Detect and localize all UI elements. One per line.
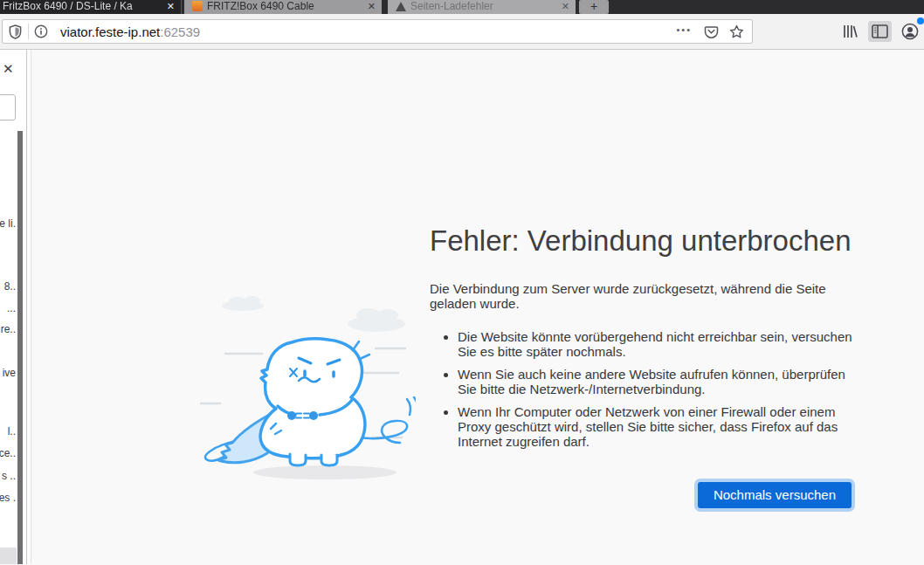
urlbar-separator	[28, 24, 29, 39]
sidebar-scroll-corner	[0, 548, 17, 564]
address-bar[interactable]: viator.feste-ip.net:62539 •••	[2, 19, 753, 44]
sidebar-item-fragment[interactable]: e li.	[0, 217, 16, 230]
browser-sidebar: ✕ e li. 8.. ... re.. ive l.. ce.. s .. e…	[0, 50, 26, 564]
tab-fritzbox-dslite[interactable]: FritzBox 6490 / DS-Lite / Ka ✕	[0, 0, 182, 14]
url-port: :62539	[160, 24, 200, 39]
sidebar-scrollbar[interactable]	[17, 131, 23, 564]
site-info-icon[interactable]	[34, 24, 48, 38]
sidebar-item-fragment[interactable]: ive	[3, 367, 16, 379]
plus-icon: +	[590, 0, 597, 13]
toolbar-button-cluster	[838, 19, 921, 44]
sidebar-item-fragment[interactable]: l..	[8, 425, 16, 438]
tab-bar: FritzBox 6490 / DS-Lite / Ka ✕ FRITZ!Box…	[0, 0, 924, 14]
sidebar-item-fragment[interactable]: ce..	[0, 447, 16, 459]
error-description: Die Verbindung zum Server wurde zurückge…	[430, 281, 852, 311]
fritzbox-favicon-icon	[192, 1, 203, 11]
notification-dot	[917, 17, 924, 24]
account-icon[interactable]	[898, 19, 922, 44]
sidebar-item-fragment[interactable]: re..	[1, 323, 16, 335]
sidebar-item-fragment[interactable]: s ..	[2, 470, 16, 482]
sidebar-item-fragment[interactable]: ...	[7, 302, 16, 314]
close-sidebar-button[interactable]: ✕	[3, 61, 14, 77]
tab-page-load-error[interactable]: Seiten-Ladefehler ✕	[388, 0, 576, 14]
error-title: Fehler: Verbindung unterbrochen	[430, 224, 852, 258]
new-tab-button[interactable]: +	[579, 0, 609, 14]
sidebars-toggle-icon[interactable]	[868, 21, 892, 42]
page-actions-icon[interactable]: •••	[676, 24, 692, 35]
navigation-toolbar: viator.feste-ip.net:62539 •••	[0, 14, 924, 50]
error-suggestions-list: Die Website könnte vorübergehend nicht e…	[430, 329, 852, 449]
tab-title: FritzBox 6490 / DS-Lite / Ka	[0, 0, 163, 12]
error-suggestion: Wenn Ihr Computer oder Netzwerk von eine…	[458, 404, 852, 449]
sidebar-item-fragment[interactable]: 8..	[4, 280, 16, 293]
retry-button[interactable]: Nochmals versuchen	[698, 482, 852, 508]
url-host: viator.feste-ip.net	[60, 24, 160, 39]
close-icon[interactable]: ✕	[562, 1, 569, 12]
tab-fritzbox-cable[interactable]: FRITZ!Box 6490 Cable ✕	[184, 0, 382, 14]
url-text[interactable]: viator.feste-ip.net:62539	[60, 24, 669, 39]
warning-favicon-icon	[396, 2, 406, 11]
disconnected-dino-illustration	[197, 293, 416, 493]
tracking-protection-icon[interactable]	[3, 24, 28, 39]
tab-title: Seiten-Ladefehler	[410, 0, 558, 12]
library-icon[interactable]	[838, 20, 862, 43]
sidebar-search-input[interactable]	[0, 94, 16, 121]
tab-title: FRITZ!Box 6490 Cable	[207, 0, 364, 12]
error-page: Fehler: Verbindung unterbrochen Die Verb…	[31, 50, 924, 564]
sidebar-item-fragment[interactable]: es .	[0, 492, 16, 504]
close-icon[interactable]: ✕	[167, 1, 175, 12]
close-icon[interactable]: ✕	[368, 1, 376, 12]
pocket-icon[interactable]	[704, 24, 719, 39]
bookmark-star-icon[interactable]	[729, 24, 744, 39]
error-suggestion: Wenn Sie auch keine andere Website aufru…	[458, 367, 852, 396]
error-suggestion: Die Website könnte vorübergehend nicht e…	[458, 329, 852, 359]
